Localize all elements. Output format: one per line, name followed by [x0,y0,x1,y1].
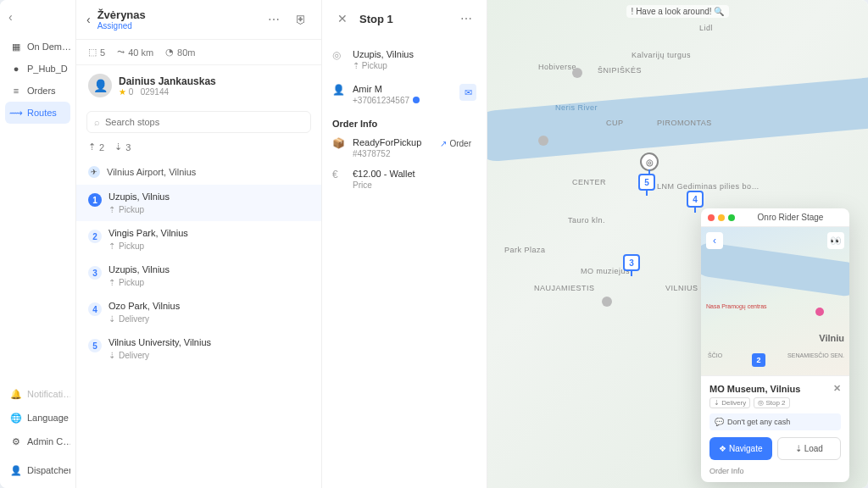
nav-dispatcher[interactable]: 👤Dispatcher [5,459,70,481]
phone-poi-icon [815,308,824,316]
stop-5[interactable]: 5 Vilnius University, Vilnius⇣Delivery [76,330,321,367]
duration-icon: ◔ [165,47,174,58]
order-status[interactable]: ReadyForPickup [353,137,421,147]
back-button[interactable]: ‹ [86,13,91,26]
map-pin-3[interactable]: 3 [623,254,640,271]
filter-deliveries[interactable]: ⇣3 [114,141,131,152]
phone-order-info-label: Order Info [709,467,841,475]
driver-row[interactable]: 👤 Dainius Jankauskas ★ 0 029144 [76,65,321,106]
phone-back-button[interactable]: ‹ [706,232,723,249]
map-pin-4[interactable]: 4 [687,191,704,208]
filter-pickups[interactable]: ⇡2 [88,141,104,152]
origin-icon: ✈ [88,166,100,178]
phone-load-button[interactable]: ⇣Load [777,437,842,460]
order-info-title: Order Info [332,112,476,132]
dot-icon: ● [10,63,22,75]
star-icon: ★ [119,87,126,97]
pickup-icon: ⇡ [108,205,115,214]
phone-navigate-button[interactable]: ❖Navigate [709,437,772,460]
delivery-icon: ⇣ [108,351,115,360]
map-banner: ! Have a look around! 🔍 [626,5,730,18]
nav-phub[interactable]: ●P_Hub_D [5,58,70,80]
phone-tag-delivery: ⇣ Delivery [709,397,750,408]
price-icon: € [332,169,346,182]
detail-more-button[interactable]: ⋯ [456,8,476,29]
phone-pin-2[interactable]: 2 [752,353,765,367]
route-stats: ⬚5 ⤳40 km ◔80m [76,40,321,65]
nav-orders[interactable]: ≡Orders [5,80,70,102]
package-icon: 📦 [332,137,346,151]
grid-icon: ▦ [10,41,22,53]
note-icon: 💬 [715,418,724,426]
origin-stop[interactable]: ✈ Vilnius Airport, Vilnius [76,159,321,185]
map-pin-5[interactable]: 5 [638,174,655,191]
message-button[interactable]: ✉ [459,84,476,101]
driver-avatar: 👤 [88,74,112,97]
poi-icon [572,68,582,78]
load-icon: ⇣ [795,444,802,453]
nav-icon: ❖ [719,444,726,453]
globe-icon: 🌐 [10,412,22,424]
gear-icon: ⚙ [10,435,22,447]
poi-icon [538,136,548,146]
pickup-icon: ⇡ [353,61,359,70]
pickup-icon: ⇡ [88,141,96,152]
search-stops-input[interactable] [105,117,303,127]
main-sidebar: ‹ ▦On Dem… ●P_Hub_D ≡Orders ⟿Routes 🔔Not… [0,0,76,488]
list-icon: ≡ [10,85,22,97]
route-name: Žvėrynas [97,8,257,21]
driver-name: Dainius Jankauskas [119,75,216,87]
phone-map[interactable]: ‹ 👀 Vilniu ŠČIO SENAMIESČIO SEN. Nasa Pr… [701,227,849,375]
phone-river-shape [701,241,849,297]
stop-3[interactable]: 3 Uzupis, Vilnius⇡Pickup [76,258,321,294]
location-icon: ◎ [332,49,346,63]
map-pin-start[interactable]: ◎ [640,152,659,171]
distance-icon: ⤳ [117,47,125,58]
pickup-icon: ⇡ [108,241,115,251]
route-more-button[interactable]: ⋯ [264,9,284,30]
phone-note: 💬Don't get any cash [709,413,841,430]
pickup-icon: ⇡ [108,278,115,287]
phone-location: MO Museum, Vilnius [709,384,800,394]
detail-title: Stop 1 [359,13,449,25]
verified-icon [413,97,420,103]
phone-close-card-button[interactable]: ✕ [833,383,841,394]
phone-titlebar: Onro Rider Stage [701,208,849,227]
search-stops-box[interactable]: ⌕ [86,111,311,133]
close-detail-button[interactable]: ✕ [332,8,353,29]
stop-2[interactable]: 2 Vingis Park, Vilnius⇡Pickup [76,221,321,258]
collapse-sidebar-button[interactable]: ‹ [5,7,70,27]
stop-list: ✈ Vilnius Airport, Vilnius 1 Uzupis, Vil… [76,159,321,488]
bell-icon: 🔔 [10,388,22,400]
close-dot-icon[interactable] [708,214,715,221]
phone-tag-stop: ◎ Stop 2 [754,397,789,408]
nav-admin[interactable]: ⚙Admin C… [5,430,70,452]
route-panel: ‹ Žvėrynas Assigned ⋯ ⛨ ⬚5 ⤳40 km ◔80m 👤… [76,0,322,488]
stop-4[interactable]: 4 Ozo Park, Vilnius⇣Delivery [76,294,321,330]
stop-1[interactable]: 1 Uzupis, Vilnius⇡Pickup [76,185,321,221]
phone-view-button[interactable]: 👀 [827,232,844,249]
max-dot-icon[interactable] [728,214,735,221]
min-dot-icon[interactable] [718,214,725,221]
nav-language[interactable]: 🌐Language [5,407,70,429]
nav-routes[interactable]: ⟿Routes [5,102,70,124]
phone-preview: Onro Rider Stage ‹ 👀 Vilniu ŠČIO SENAMIE… [701,208,849,482]
route-shield-button[interactable]: ⛨ [291,9,311,30]
route-icon: ⟿ [10,107,22,119]
poi-icon [602,297,612,307]
arrow-icon: ↗ [440,139,447,148]
nav-on-demand[interactable]: ▦On Dem… [5,36,70,58]
delivery-icon: ⇣ [108,314,115,324]
route-status: Assigned [97,21,257,30]
stop-detail-panel: ✕ Stop 1 ⋯ ◎ Uzupis, Vilnius⇡ Pickup 👤 A… [322,0,487,488]
stops-icon: ⬚ [88,47,97,58]
person-icon: 👤 [332,84,346,97]
delivery-icon: ⇣ [114,141,122,152]
open-order-button[interactable]: ↗Order [435,137,476,150]
user-icon: 👤 [10,464,22,476]
search-icon: ⌕ [94,117,100,127]
nav-notifications[interactable]: 🔔Notificati… [5,383,70,405]
